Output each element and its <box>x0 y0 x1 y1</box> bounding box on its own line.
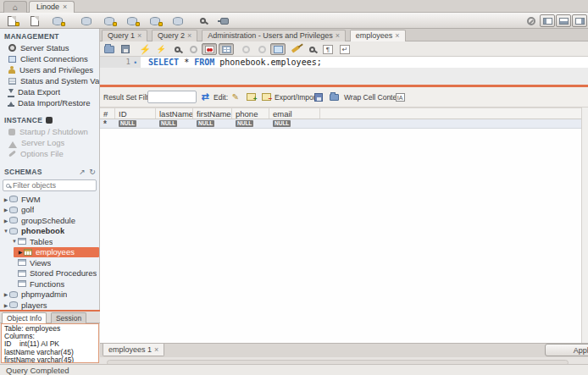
cell-phone[interactable]: NULL <box>232 119 269 128</box>
expand-arrow-icon[interactable]: ▶ <box>3 196 9 202</box>
new-query-tab-icon[interactable] <box>3 14 20 27</box>
tab-administration[interactable]: Administration - Users and Privileges× <box>202 30 346 41</box>
result-filter-input[interactable] <box>147 91 197 103</box>
sidebar-item-client-connections[interactable]: Client Connections <box>0 53 99 64</box>
execute-statement-icon[interactable]: ⚡ <box>153 43 169 55</box>
export-recordset-icon[interactable] <box>312 91 325 103</box>
column-header-phone[interactable]: phone <box>232 108 269 119</box>
tree-item-fwm[interactable]: ▶FWM <box>0 194 99 205</box>
sidebar-item-data-import[interactable]: Data Import/Restore <box>0 97 99 108</box>
close-icon[interactable]: × <box>395 31 399 40</box>
rollback-icon[interactable] <box>254 43 269 55</box>
tree-item-players[interactable]: ▶players <box>0 300 99 311</box>
tab-employees[interactable]: employees× <box>350 30 406 41</box>
column-header-rownum[interactable]: # <box>100 108 115 119</box>
import-records-icon[interactable] <box>327 91 341 103</box>
toggle-right-panel-button[interactable] <box>572 14 587 27</box>
column-header-lastname[interactable]: lastName <box>156 108 193 119</box>
refresh-schemas-icon[interactable]: ↻ <box>89 168 96 176</box>
create-table-icon[interactable] <box>78 14 95 27</box>
tab-result-employees-1[interactable]: employees 1× <box>103 344 164 356</box>
schema-filter-box[interactable] <box>3 179 97 191</box>
explain-statement-icon[interactable] <box>169 43 185 55</box>
tree-item-tables[interactable]: ▼Tables <box>0 236 99 247</box>
toggle-stop-on-error-button[interactable] <box>202 43 217 55</box>
open-sql-script-icon[interactable] <box>26 14 43 27</box>
expand-schemas-icon[interactable]: ↗ <box>79 168 86 176</box>
save-script-icon[interactable] <box>118 43 133 55</box>
reconnect-dbms-icon[interactable] <box>216 14 233 27</box>
toggle-autocommit-button[interactable] <box>270 43 286 55</box>
toggle-bottom-panel-button[interactable] <box>556 14 571 27</box>
close-icon[interactable]: × <box>336 31 340 40</box>
vertical-scrollbar[interactable] <box>581 108 588 343</box>
open-file-icon[interactable] <box>102 43 117 55</box>
column-header-id[interactable]: ID <box>115 108 156 119</box>
search-table-data-icon[interactable] <box>194 14 211 27</box>
connection-tab-linode[interactable]: Linode× <box>29 1 75 13</box>
cell-id[interactable]: NULL <box>115 119 156 128</box>
tree-item-stored-procedures[interactable]: Stored Procedures <box>0 268 99 279</box>
toggle-word-wrap-button[interactable]: ↵ <box>337 43 352 55</box>
apply-button[interactable]: Apply <box>545 344 588 356</box>
commit-icon[interactable] <box>238 43 253 55</box>
cell-email[interactable]: NULL <box>269 119 320 128</box>
sidebar-item-data-export[interactable]: Data Export <box>0 86 99 97</box>
toggle-limit-rows-button[interactable] <box>219 43 234 55</box>
execute-query-icon[interactable]: ⚡ <box>137 43 153 55</box>
tree-item-views[interactable]: Views <box>0 257 99 268</box>
sql-editor[interactable]: 1• SELECT * FROM phonebook.employees; <box>100 57 588 85</box>
create-schema-icon[interactable] <box>49 14 66 27</box>
cell-firstname[interactable]: NULL <box>193 119 232 128</box>
tree-item-phpmyadmin[interactable]: ▶phpmyadmin <box>0 290 99 301</box>
edit-record-icon[interactable]: ✎ <box>229 91 242 103</box>
delete-row-icon[interactable]: − <box>259 91 273 103</box>
close-icon[interactable]: × <box>137 31 141 40</box>
refresh-results-icon[interactable]: ⇄ <box>198 91 212 103</box>
result-grid-new-row[interactable]: * NULL NULL NULL NULL NULL <box>100 119 581 129</box>
expand-arrow-icon[interactable]: ▶ <box>3 207 9 212</box>
sidebar-item-server-status[interactable]: Server Status <box>0 42 99 53</box>
close-icon[interactable]: × <box>63 3 67 11</box>
expand-arrow-icon[interactable]: ▶ <box>17 249 24 255</box>
editor-line[interactable]: 1• SELECT * FROM phonebook.employees; <box>100 57 588 68</box>
add-row-icon[interactable]: + <box>244 91 258 103</box>
expand-arrow-icon[interactable]: ▶ <box>3 218 9 223</box>
result-grid-body[interactable] <box>100 129 581 343</box>
beautify-sql-icon[interactable] <box>288 43 303 55</box>
cell-lastname[interactable]: NULL <box>156 119 193 128</box>
tab-object-info[interactable]: Object Info <box>2 312 47 323</box>
wrap-cell-toggle-icon[interactable]: IA <box>393 91 407 103</box>
home-tab[interactable]: ⌂ <box>3 1 27 13</box>
tab-query-2[interactable]: Query 2× <box>152 30 197 41</box>
sidebar-item-server-logs[interactable]: Server Logs <box>0 137 99 148</box>
tab-query-1[interactable]: Query 1× <box>102 30 147 41</box>
close-icon[interactable]: × <box>154 345 158 354</box>
sidebar-item-options-file[interactable]: Options File <box>0 148 99 159</box>
toggle-left-panel-button[interactable] <box>540 14 555 27</box>
collapse-arrow-icon[interactable]: ▼ <box>3 229 9 234</box>
sidebar-item-status-system-variables[interactable]: Status and System Variables <box>0 75 99 86</box>
toggle-invisible-chars-button[interactable]: ¶ <box>320 43 336 55</box>
find-panel-icon[interactable] <box>304 43 319 55</box>
create-view-icon[interactable] <box>101 14 118 27</box>
column-header-email[interactable]: email <box>269 108 320 119</box>
tree-item-phonebook[interactable]: ▼phonebook <box>0 226 99 237</box>
sidebar-item-startup-shutdown[interactable]: Startup / Shutdown <box>0 126 99 137</box>
tree-item-employees-selected[interactable]: ▶employees <box>14 247 99 258</box>
tree-item-golf[interactable]: ▶golf <box>0 205 99 216</box>
schema-filter-input[interactable] <box>13 181 86 190</box>
tree-item-functions[interactable]: Functions <box>0 278 99 290</box>
tab-session[interactable]: Session <box>51 312 86 323</box>
column-header-firstname[interactable]: firstName <box>193 108 232 119</box>
expand-arrow-icon[interactable]: ▶ <box>3 291 9 297</box>
create-routine-icon[interactable] <box>169 14 186 27</box>
create-function-icon[interactable] <box>147 14 164 27</box>
stop-query-icon[interactable] <box>186 43 201 55</box>
create-procedure-icon[interactable] <box>124 14 141 27</box>
expand-arrow-icon[interactable]: ▶ <box>3 302 9 308</box>
sidebar-item-users-privileges[interactable]: Users and Privileges <box>0 64 99 75</box>
close-icon[interactable]: × <box>187 31 191 40</box>
tree-item-groupschedule[interactable]: ▶groupSchedule <box>0 215 99 226</box>
collapse-arrow-icon[interactable]: ▼ <box>11 239 18 244</box>
